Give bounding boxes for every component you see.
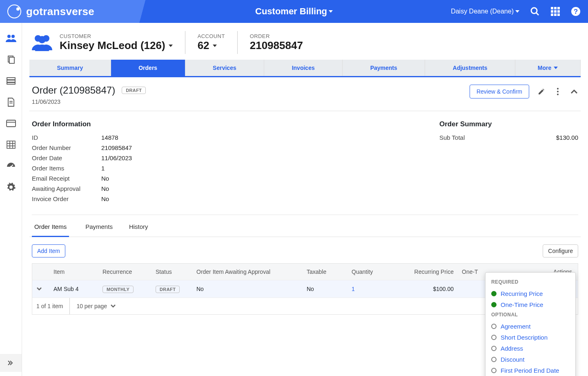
info-value: No (101, 175, 109, 182)
info-key: Awaiting Approval (32, 185, 101, 192)
svg-rect-22 (7, 120, 16, 127)
column-option[interactable]: Discount (491, 354, 570, 365)
rail-storage[interactable] (0, 71, 22, 91)
cell-awaiting: No (192, 281, 303, 297)
help-icon[interactable]: ? (571, 7, 581, 16)
configure-button[interactable]: Configure (543, 244, 578, 257)
account-value: 62 (198, 39, 209, 52)
col-awaiting[interactable]: Order Item Awaiting Approval (192, 264, 303, 280)
col-recurrence[interactable]: Recurrence (98, 264, 151, 280)
order-value: 210985847 (250, 39, 303, 52)
tab-orders[interactable]: Orders (111, 60, 185, 76)
topbar-right: Daisy Deane (Deane) ? (451, 7, 581, 16)
rail-documents[interactable] (0, 50, 22, 69)
cell-quantity[interactable]: 1 (347, 281, 392, 297)
rail-settings[interactable] (0, 177, 22, 197)
svg-rect-16 (9, 57, 14, 63)
svg-rect-4 (557, 7, 560, 9)
customer-dropdown[interactable]: Kinsey McLeod (126) (60, 39, 173, 52)
svg-rect-5 (551, 10, 553, 13)
order-summary-heading: Order Summary (439, 120, 578, 128)
more-menu-icon[interactable] (554, 87, 562, 96)
account-dropdown[interactable]: 62 (198, 39, 225, 52)
svg-rect-7 (557, 10, 560, 13)
svg-point-0 (531, 8, 537, 13)
user-menu[interactable]: Daisy Deane (Deane) (451, 8, 519, 15)
cell-taxable: No (303, 281, 347, 297)
tab-payments[interactable]: Payments (343, 60, 425, 76)
customer-label: CUSTOMER (60, 33, 173, 39)
chevron-down-icon (554, 67, 558, 69)
col-taxable[interactable]: Taxable (303, 264, 347, 280)
popover-optional-label: OPTIONAL (491, 312, 570, 318)
info-value: 210985847 (101, 144, 132, 151)
status-dot-icon (491, 357, 497, 362)
apps-icon[interactable] (550, 7, 560, 16)
chevron-down-icon (329, 10, 333, 13)
svg-rect-24 (7, 141, 15, 148)
column-option[interactable]: One-Time Price (491, 299, 570, 310)
rail-table[interactable] (0, 135, 22, 154)
info-row: Order Date11/06/2023 (32, 154, 132, 161)
cell-status: DRAFT (156, 286, 180, 293)
subtab-order-items[interactable]: Order Items (32, 223, 69, 237)
account-section: ACCOUNT 62 (198, 33, 225, 52)
cell-item: AM Sub 4 (49, 281, 98, 297)
tab-invoices[interactable]: Invoices (264, 60, 343, 76)
tab-adjustments[interactable]: Adjustments (425, 60, 515, 76)
edit-icon[interactable] (537, 87, 546, 96)
col-quantity[interactable]: Quantity (347, 264, 392, 280)
logo-icon (7, 4, 21, 18)
svg-rect-8 (551, 13, 553, 16)
svg-text:?: ? (574, 8, 578, 16)
info-row: Order Number210985847 (32, 144, 132, 151)
module-dropdown[interactable]: Customer Billing (255, 6, 333, 17)
search-icon[interactable] (530, 7, 540, 16)
column-option[interactable]: Address (491, 343, 570, 354)
col-status[interactable]: Status (151, 264, 192, 280)
tab-services[interactable]: Services (185, 60, 265, 76)
page-title: Order (210985847) (32, 85, 115, 96)
rail-document[interactable] (0, 92, 22, 112)
row-expand-icon[interactable] (32, 282, 49, 296)
user-label: Daisy Deane (Deane) (451, 8, 514, 15)
status-badge: DRAFT (122, 87, 146, 94)
info-row: ID14878 (32, 134, 132, 141)
rail-customers[interactable] (0, 29, 22, 48)
column-option[interactable]: Agreement (491, 321, 570, 332)
svg-rect-10 (557, 13, 560, 16)
cell-recurrence: MONTHLY (102, 286, 134, 293)
column-option[interactable]: First Period End Date (491, 365, 570, 376)
add-item-button[interactable]: Add Item (32, 244, 65, 257)
popover-required-label: REQUIRED (491, 279, 570, 285)
tab-more[interactable]: More (515, 60, 581, 76)
rail-card[interactable] (0, 114, 22, 133)
status-dot-icon (491, 302, 497, 307)
info-key: Invoice Order (32, 195, 101, 202)
order-label: ORDER (250, 33, 303, 39)
footer-count: 1 of 1 item (32, 298, 67, 314)
customer-header: CUSTOMER Kinsey McLeod (126) ACCOUNT 62 … (29, 29, 581, 60)
rail-collapse[interactable] (0, 354, 22, 372)
tab-summary[interactable]: Summary (29, 60, 111, 76)
account-label: ACCOUNT (198, 33, 225, 39)
status-dot-icon (491, 368, 497, 373)
per-page-dropdown[interactable]: 10 per page (69, 298, 120, 314)
info-key: ID (32, 134, 101, 141)
order-info-heading: Order Information (32, 120, 132, 128)
review-confirm-button[interactable]: Review & Confirm (470, 85, 529, 98)
collapse-up-icon[interactable] (570, 87, 578, 96)
brand-text: gotransverse (26, 5, 94, 18)
brand: gotransverse (0, 0, 176, 23)
status-dot-icon (491, 346, 497, 351)
subtab-payments[interactable]: Payments (85, 223, 113, 237)
column-option[interactable]: Short Description (491, 332, 570, 343)
svg-point-34 (557, 88, 559, 90)
subtab-history[interactable]: History (129, 223, 148, 237)
col-recurring-price[interactable]: Recurring Price (392, 264, 458, 280)
column-option[interactable]: Recurring Price (491, 288, 570, 299)
rail-dashboard[interactable] (0, 156, 22, 176)
svg-line-1 (536, 13, 539, 15)
subtotal-value: $130.00 (556, 134, 578, 141)
col-item[interactable]: Item (49, 264, 98, 280)
